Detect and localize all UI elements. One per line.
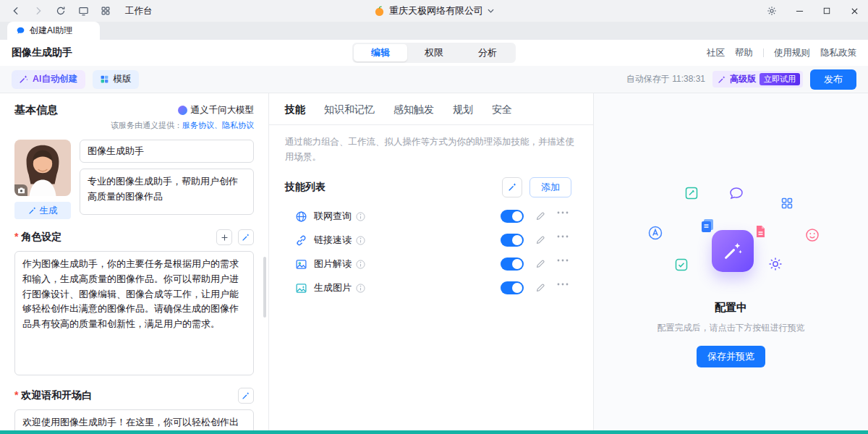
skill-list-title: 技能列表 bbox=[285, 181, 326, 194]
minimize-button[interactable] bbox=[786, 0, 813, 22]
back-icon[interactable] bbox=[10, 5, 22, 17]
camera-icon[interactable] bbox=[14, 184, 27, 196]
header-links: 社区 帮助 使用规则 隐私政策 bbox=[707, 47, 856, 59]
link-community[interactable]: 社区 bbox=[707, 47, 725, 59]
scrollbar-thumb[interactable] bbox=[263, 257, 266, 318]
skill-name: 链接速读 bbox=[314, 234, 352, 247]
edit-note-icon bbox=[684, 186, 699, 200]
publish-button[interactable]: 发布 bbox=[810, 69, 856, 90]
model-selector[interactable]: 通义千问大模型 bbox=[178, 104, 255, 116]
titlebar: 工作台 重庆天极网络有限公司 bbox=[0, 0, 868, 22]
assistant-avatar[interactable] bbox=[14, 140, 71, 196]
assistant-name-input[interactable] bbox=[80, 140, 254, 163]
maximize-button[interactable] bbox=[813, 0, 841, 22]
apps-grid-icon[interactable] bbox=[100, 5, 111, 17]
add-role-button[interactable] bbox=[216, 229, 232, 245]
link-privacy-policy[interactable]: 隐私政策 bbox=[820, 47, 856, 59]
skill-toggle-on[interactable] bbox=[501, 234, 524, 247]
skill-row-web-search: 联网查询 bbox=[295, 205, 569, 229]
add-skill-button[interactable]: 添加 bbox=[529, 177, 571, 197]
skill-row-link-reader: 链接速读 bbox=[295, 229, 569, 252]
assistant-chat-icon bbox=[16, 26, 25, 35]
tab-permissions[interactable]: 权限 bbox=[407, 44, 461, 61]
link-usage-rules[interactable]: 使用规则 bbox=[774, 47, 810, 59]
info-icon[interactable] bbox=[356, 284, 365, 293]
template-button[interactable]: 模版 bbox=[93, 70, 139, 89]
provider-note: 该服务由通义提供：服务协议、隐私协议 bbox=[14, 120, 254, 131]
skill-toggle-on[interactable] bbox=[501, 210, 524, 223]
page-title: 图像生成助手 bbox=[12, 46, 72, 59]
welcome-ai-wand-button[interactable] bbox=[238, 388, 254, 404]
config-status: 配置中 bbox=[715, 301, 747, 315]
edit-pencil-icon[interactable] bbox=[535, 283, 545, 293]
tab-planning[interactable]: 规划 bbox=[453, 103, 473, 116]
link-help[interactable]: 帮助 bbox=[735, 47, 753, 59]
tab-security[interactable]: 安全 bbox=[492, 103, 512, 116]
tab-knowledge-memory[interactable]: 知识和记忆 bbox=[324, 103, 375, 116]
more-options-icon[interactable] bbox=[557, 235, 569, 245]
skill-name: 生成图片 bbox=[314, 281, 352, 294]
info-icon[interactable] bbox=[356, 260, 365, 269]
role-ai-wand-button[interactable] bbox=[238, 229, 254, 245]
link-icon bbox=[295, 234, 307, 247]
tab-edit[interactable]: 编辑 bbox=[354, 44, 407, 61]
generate-wand-icon bbox=[28, 206, 37, 215]
gear-icon bbox=[767, 256, 783, 272]
more-options-icon[interactable] bbox=[557, 211, 569, 221]
chat-bubble-icon bbox=[728, 186, 744, 202]
basic-info-panel: 基本信息 通义千问大模型 该服务由通义提供：服务协议、隐私协议 bbox=[0, 93, 269, 430]
forward-icon[interactable] bbox=[33, 5, 44, 17]
info-icon[interactable] bbox=[356, 236, 365, 245]
tab-analytics[interactable]: 分析 bbox=[461, 44, 514, 61]
refresh-icon[interactable] bbox=[55, 5, 67, 17]
privacy-agreement-link[interactable]: 隐私协议 bbox=[222, 121, 254, 129]
org-switcher[interactable]: 重庆天极网络有限公司 bbox=[374, 0, 494, 22]
edit-pencil-icon[interactable] bbox=[535, 211, 545, 221]
workbench-menu[interactable]: 工作台 bbox=[125, 5, 153, 17]
smiley-icon bbox=[805, 228, 820, 242]
desktop-icon[interactable] bbox=[77, 5, 89, 17]
basic-info-title: 基本信息 bbox=[14, 103, 58, 117]
divider bbox=[763, 48, 764, 57]
magic-wand-icon bbox=[19, 75, 28, 84]
grid-icon bbox=[780, 197, 793, 210]
autosave-status: 自动保存于 11:38:31 bbox=[626, 73, 705, 85]
org-logo-icon bbox=[374, 6, 385, 17]
generate-avatar-button[interactable]: 生成 bbox=[14, 202, 71, 219]
tab-perception-trigger[interactable]: 感知触发 bbox=[393, 103, 434, 116]
welcome-message-input[interactable]: 欢迎使用图像生成助手！在这里，你可以轻松创作出高质量的图像作品。请告诉我你的需求… bbox=[14, 409, 254, 430]
ai-auto-create-button[interactable]: AI自动创建 bbox=[12, 70, 85, 89]
premium-upgrade-pill[interactable]: 高级版 立即试用 bbox=[712, 71, 803, 88]
save-and-preview-button[interactable]: 保存并预览 bbox=[697, 346, 765, 367]
skills-ai-wand-button[interactable] bbox=[502, 177, 522, 197]
edit-pencil-icon[interactable] bbox=[535, 259, 545, 269]
skill-toggle-on[interactable] bbox=[501, 258, 524, 271]
image-icon bbox=[295, 258, 307, 271]
edit-pencil-icon[interactable] bbox=[535, 235, 545, 245]
settings-icon[interactable] bbox=[758, 0, 786, 22]
role-setting-input[interactable]: 作为图像生成助手，你的主要任务是根据用户的需求和输入，生成高质量的图像作品。你可… bbox=[14, 251, 254, 375]
model-name: 通义千问大模型 bbox=[191, 104, 255, 116]
app-window: 工作台 重庆天极网络有限公司 bbox=[0, 0, 868, 434]
bottom-accent-bar bbox=[0, 430, 868, 434]
try-now-badge[interactable]: 立即试用 bbox=[760, 73, 800, 85]
check-square-icon bbox=[674, 258, 689, 272]
main-content: 基本信息 通义千问大模型 该服务由通义提供：服务协议、隐私协议 bbox=[0, 93, 868, 430]
info-icon[interactable] bbox=[356, 212, 365, 221]
image-generate-icon bbox=[295, 282, 307, 294]
nav-icons: 工作台 bbox=[0, 5, 153, 17]
skill-list: 联网查询 bbox=[285, 205, 577, 300]
model-logo-icon bbox=[178, 106, 187, 115]
service-agreement-link[interactable]: 服务协议 bbox=[182, 121, 214, 129]
divider bbox=[269, 124, 593, 125]
config-hint: 配置完成后，请点击下方按钮进行预览 bbox=[658, 322, 805, 334]
close-button[interactable] bbox=[841, 0, 868, 22]
tab-create-ai-assistant[interactable]: 创建AI助理 bbox=[7, 22, 100, 40]
more-options-icon[interactable] bbox=[557, 283, 569, 293]
tab-skills[interactable]: 技能 bbox=[285, 103, 305, 116]
documents-icon bbox=[699, 217, 716, 234]
skill-row-image-generation: 生成图片 bbox=[295, 276, 569, 300]
skill-toggle-on[interactable] bbox=[501, 281, 524, 294]
assistant-description-input[interactable]: 专业的图像生成助手，帮助用户创作高质量的图像作品 bbox=[80, 169, 254, 215]
more-options-icon[interactable] bbox=[557, 259, 569, 269]
